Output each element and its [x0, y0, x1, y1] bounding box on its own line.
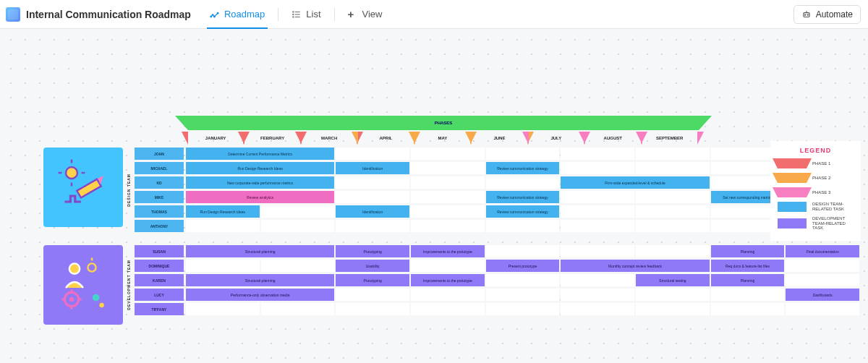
top-toolbar: Internal Communication Roadmap Roadmap L…: [0, 0, 868, 29]
task-bar[interactable]: Usability: [336, 260, 409, 272]
month-header: AUGUST: [585, 132, 640, 145]
roadmap-board: PHASES JANUARYFEBRUARYMARCHAPRILMAYJUNEJ…: [43, 116, 861, 325]
svg-point-3: [217, 12, 218, 14]
task-bar[interactable]: Firm-wide expanded-level & schedule: [561, 176, 709, 189]
person-cell: THOMAS: [135, 205, 184, 218]
task-track: Performance-only observation mediaDashbo…: [186, 289, 861, 301]
dev-team-label: DEVELOPMENT TEAM: [123, 245, 135, 325]
task-bar[interactable]: Improvements to the prototype: [411, 274, 485, 286]
svg-point-0: [210, 16, 212, 17]
month-header: JUNE: [472, 132, 527, 145]
task-bar[interactable]: Review communication strategy: [486, 205, 560, 218]
table-row: ANTHONY: [135, 220, 861, 232]
table-row: JOHNDetermine Current Performance Metric…: [135, 148, 861, 160]
task-bar[interactable]: Determine Current Performance Metrics: [186, 148, 334, 160]
dev-team-grid: DEVELOPMENT TEAM SUSANStructural plannin…: [43, 245, 861, 325]
task-track: Structural planningPrototypingImprovemen…: [186, 245, 861, 257]
task-bar[interactable]: Structural planning: [186, 245, 334, 257]
task-track: Run Design Research IdeasIdentificationR…: [186, 162, 861, 174]
table-row: TIFFANY: [135, 303, 861, 315]
month-header: JULY: [529, 132, 584, 145]
legend-item: DESIGN TEAM-RELATED TASK: [778, 202, 854, 212]
legend-item: PHASE 3: [778, 187, 854, 197]
table-row: THOMASRun Design Research IdeasIdentific…: [135, 205, 861, 218]
design-team-grid: DESIGN TEAM JOHNDetermine Current Perfor…: [43, 148, 861, 232]
automate-label: Automate: [816, 9, 853, 20]
task-bar[interactable]: Final documentation: [786, 245, 859, 257]
svg-point-22: [88, 263, 95, 271]
legend-item: PHASE 1: [778, 158, 854, 168]
task-track: Determine Current Performance Metrics: [186, 148, 861, 160]
task-track: UsabilityPresent prototypeMonthly concep…: [186, 260, 861, 272]
person-cell: MICHAEL: [135, 162, 184, 174]
table-row: MIKEReview analyticsReview communication…: [135, 191, 861, 203]
task-bar[interactable]: Structural planning: [186, 274, 334, 286]
person-cell: TIFFANY: [135, 303, 184, 315]
person-cell: KD: [135, 176, 184, 189]
task-bar[interactable]: Req docs & feature-list files: [711, 260, 785, 272]
task-bar[interactable]: Prototyping: [336, 245, 409, 257]
automate-button[interactable]: Automate: [793, 5, 861, 24]
svg-point-21: [69, 263, 80, 273]
svg-point-9: [293, 16, 294, 17]
months-row: JANUARYFEBRUARYMARCHAPRILMAYJUNEJULYAUGU…: [188, 132, 699, 145]
svg-point-31: [99, 303, 103, 307]
table-row: KDNew corporate-wide performance metrics…: [135, 176, 861, 189]
task-bar[interactable]: Review communication strategy: [486, 191, 560, 203]
person-cell: KAREN: [135, 274, 184, 286]
task-track: [186, 303, 861, 315]
task-bar[interactable]: Identification: [336, 162, 409, 174]
task-bar[interactable]: Run Design Research Ideas: [186, 205, 260, 218]
task-bar[interactable]: Identification: [336, 205, 409, 218]
person-cell: MIKE: [135, 191, 184, 203]
task-track: [186, 220, 861, 232]
task-bar[interactable]: Monthly concept review feedback: [561, 260, 709, 272]
person-cell: LUCY: [135, 289, 184, 301]
task-bar[interactable]: Review communication strategy: [486, 162, 560, 174]
legend-item: DEVELOPMENT TEAM-RELATED TASK: [778, 216, 854, 231]
person-cell: SUSAN: [135, 245, 184, 257]
tab-add-view[interactable]: + View: [342, 0, 388, 29]
design-rows: JOHNDetermine Current Performance Metric…: [135, 148, 861, 232]
task-bar[interactable]: Improvements to the prototype: [411, 245, 485, 257]
svg-point-25: [69, 297, 74, 302]
legend: LEGEND PHASE 1PHASE 2PHASE 3DESIGN TEAM-…: [770, 141, 861, 241]
task-track: Structural planningPrototypingImprovemen…: [186, 274, 861, 286]
dev-team-image: [43, 245, 123, 325]
person-cell: ANTHONY: [135, 220, 184, 232]
plus-icon: +: [348, 9, 358, 20]
person-cell: JOHN: [135, 148, 184, 160]
task-bar[interactable]: Structural testing: [636, 274, 710, 286]
tab-roadmap[interactable]: Roadmap: [204, 0, 271, 29]
month-header: MARCH: [302, 132, 357, 145]
task-bar[interactable]: Prototyping: [336, 274, 409, 286]
task-bar[interactable]: Performance-only observation media: [186, 289, 334, 301]
svg-point-30: [93, 294, 100, 302]
svg-point-14: [66, 167, 77, 179]
legend-item: PHASE 2: [778, 173, 854, 183]
task-track: Run Design Research IdeasIdentificationR…: [186, 205, 861, 218]
month-header: APRIL: [358, 132, 413, 145]
list-icon: [292, 9, 302, 20]
month-header: MAY: [415, 132, 470, 145]
task-bar[interactable]: Present prototype: [486, 260, 560, 272]
table-row: SUSANStructural planningPrototypingImpro…: [135, 245, 861, 257]
svg-rect-19: [77, 179, 101, 198]
person-cell: DOMINIQUE: [135, 260, 184, 272]
task-bar[interactable]: Run Design Research Ideas: [186, 162, 334, 174]
task-bar[interactable]: Dashboards: [786, 289, 859, 301]
month-header: JANUARY: [188, 132, 243, 145]
task-bar[interactable]: New corporate-wide performance metrics: [186, 176, 334, 189]
task-bar[interactable]: Planning: [711, 274, 785, 286]
svg-point-7: [293, 11, 294, 12]
svg-point-11: [804, 14, 805, 15]
svg-point-1: [212, 14, 213, 15]
month-header: SEPTEMBER: [642, 132, 697, 145]
design-team-label: DESIGN TEAM: [123, 148, 135, 232]
robot-icon: [801, 9, 812, 20]
table-row: MICHAELRun Design Research IdeasIdentifi…: [135, 162, 861, 174]
task-bar[interactable]: Planning: [711, 245, 785, 257]
phases-banner: PHASES: [188, 116, 699, 130]
tab-list[interactable]: List: [286, 0, 326, 29]
task-bar[interactable]: Review analytics: [186, 191, 334, 203]
